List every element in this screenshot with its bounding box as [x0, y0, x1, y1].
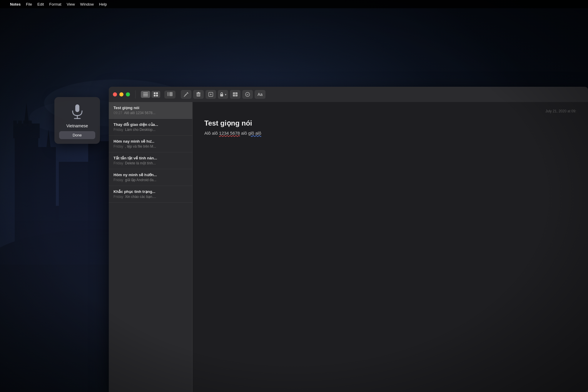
svg-rect-30: [169, 92, 173, 96]
trash-button[interactable]: [193, 90, 204, 99]
svg-rect-7: [38, 147, 56, 221]
checklist-button[interactable]: [242, 90, 253, 99]
note-preview-1: Làm cho Desktop...: [125, 128, 155, 132]
svg-rect-24: [143, 96, 148, 96]
note-title-5: Khắc phục tình trạng...: [113, 189, 188, 194]
note-meta-2: Friday , tệp và file trên M...: [113, 144, 188, 149]
note-editor-body[interactable]: Alô alô 1234 5678 alô glô alô: [204, 130, 576, 137]
note-preview-4: giả lập Android đa...: [125, 178, 156, 182]
menu-file[interactable]: File: [26, 2, 32, 6]
table-button[interactable]: [230, 90, 240, 99]
note-editor[interactable]: July 21, 2020 at 09: Test giọng nói Alô …: [193, 102, 588, 392]
window-content: Test giọng nói 09:27 Alô alô 1234 5678..…: [109, 102, 588, 392]
compose-pencil-button[interactable]: [181, 90, 191, 99]
minimize-window-button[interactable]: [119, 92, 123, 96]
svg-rect-8: [59, 162, 88, 221]
svg-rect-33: [196, 93, 201, 93]
svg-rect-25: [154, 92, 156, 94]
menubar: Notes File Edit Format View Window Help: [0, 0, 588, 8]
note-date-4: Friday: [113, 178, 123, 182]
svg-rect-10: [13, 121, 17, 126]
voice-language-label: Vietnamese: [66, 124, 88, 128]
note-preview-2: , tệp và file trên M...: [125, 144, 156, 149]
svg-rect-22: [143, 93, 148, 93]
note-meta-4: Friday giả lập Android đa...: [113, 178, 188, 182]
svg-rect-34: [198, 92, 199, 93]
note-item-1[interactable]: Thay đổi giao diện của... Friday Làm cho…: [109, 119, 192, 136]
window-titlebar: ▾ Aa: [109, 87, 588, 102]
lock-button[interactable]: ▾: [218, 90, 228, 99]
note-preview-3: Delete là một tính...: [125, 161, 156, 165]
note-preview-0: Alô alô 1234 5678...: [124, 111, 156, 115]
lock-chevron-icon: ▾: [225, 93, 226, 96]
voice-done-button[interactable]: Done: [59, 131, 95, 139]
note-meta-5: Friday Xin chào các bạn....: [113, 195, 188, 199]
maximize-window-button[interactable]: [126, 92, 130, 96]
note-title-4: Hôm ny mình sẽ hướn...: [113, 173, 188, 177]
note-editor-title[interactable]: Test giọng nói: [204, 119, 576, 127]
note-date-5: Friday: [113, 195, 123, 199]
note-item-5[interactable]: Khắc phục tình trạng... Friday Xin chào …: [109, 186, 192, 203]
svg-line-31: [184, 96, 185, 97]
voice-input-popup: Vietnamese Done: [54, 97, 100, 144]
microphone-icon: [69, 103, 86, 121]
svg-rect-23: [143, 94, 148, 95]
view-toggle-group: [141, 91, 160, 98]
close-window-button[interactable]: [113, 92, 117, 96]
note-meta-0: 09:27 Alô alô 1234 5678...: [113, 111, 188, 115]
note-date-0: 09:27: [113, 111, 122, 115]
note-body-text-2: 1234 5678: [219, 131, 240, 136]
note-item-0[interactable]: Test giọng nói 09:27 Alô alô 1234 5678..…: [109, 102, 192, 119]
svg-rect-41: [220, 94, 223, 96]
new-note-button[interactable]: [206, 90, 216, 99]
menu-view[interactable]: View: [67, 2, 75, 6]
note-title-1: Thay đổi giao diện của...: [113, 122, 188, 127]
note-meta-3: Friday Delete là một tính...: [113, 161, 188, 165]
svg-rect-27: [154, 95, 156, 96]
note-item-3[interactable]: Tất tần tật về tính năn... Friday Delete…: [109, 152, 192, 169]
note-preview-5: Xin chào các bạn....: [125, 195, 156, 199]
window-traffic-lights: [113, 92, 130, 96]
svg-rect-19: [75, 104, 79, 112]
notes-sidebar: Test giọng nói 09:27 Alô alô 1234 5678..…: [109, 102, 193, 392]
note-meta-1: Friday Làm cho Desktop...: [113, 128, 188, 132]
menu-format[interactable]: Format: [49, 2, 61, 6]
note-date-3: Friday: [113, 161, 123, 165]
menu-help[interactable]: Help: [99, 2, 107, 6]
note-body-text-4: glô alô: [248, 131, 261, 136]
note-item-2[interactable]: Hôm nay mình sẽ hư... Friday , tệp và fi…: [109, 136, 192, 152]
note-body-text-3: alô: [240, 131, 248, 136]
note-title-3: Tất tần tật về tính năn...: [113, 156, 188, 160]
notes-window: ▾ Aa Test giọng nó: [109, 87, 588, 392]
svg-rect-26: [156, 92, 158, 94]
menu-notes[interactable]: Notes: [10, 2, 21, 6]
titlebar-divider: [135, 90, 136, 99]
note-date-1: Friday: [113, 128, 123, 132]
svg-rect-5: [15, 132, 38, 221]
menu-window[interactable]: Window: [80, 2, 94, 6]
svg-rect-11: [18, 121, 22, 126]
svg-rect-9: [88, 141, 109, 221]
note-title-2: Hôm nay mình sẽ hư...: [113, 139, 188, 144]
list-view-button[interactable]: [141, 91, 150, 98]
grid-view-button[interactable]: [151, 91, 160, 98]
note-timestamp: July 21, 2020 at 09:: [204, 109, 576, 113]
font-button[interactable]: Aa: [255, 90, 265, 99]
svg-rect-29: [167, 92, 169, 96]
svg-rect-28: [156, 95, 158, 96]
note-item-4[interactable]: Hôm ny mình sẽ hướn... Friday giả lập An…: [109, 169, 192, 186]
note-title-0: Test giọng nói: [113, 106, 188, 110]
note-body-text-1: Alô alô: [204, 131, 219, 136]
toolbar-actions: ▾ Aa: [181, 90, 265, 99]
menu-edit[interactable]: Edit: [37, 2, 44, 6]
sidebar-toggle-button[interactable]: [164, 91, 176, 99]
note-date-2: Friday: [113, 144, 123, 149]
